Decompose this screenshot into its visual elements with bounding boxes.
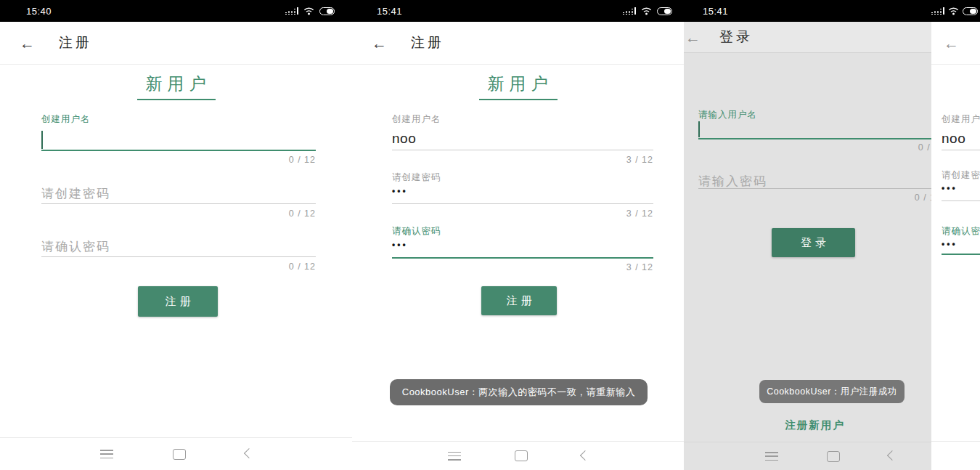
text-cursor	[41, 131, 43, 149]
signal-icon	[931, 7, 944, 15]
nav-menu-icon[interactable]	[448, 452, 461, 461]
status-icons	[931, 7, 978, 15]
new-user-heading: 新用户	[0, 73, 352, 100]
status-bar	[931, 0, 980, 22]
username-field[interactable]: 创建用户名 0 / 12	[41, 113, 316, 166]
text-cursor	[698, 121, 700, 137]
confirm-password-value: •••	[392, 240, 408, 250]
username-field[interactable]: 创建用户名 noo 3 / 12	[392, 113, 653, 166]
username-label: 创建用户名	[942, 113, 980, 126]
screen-login: 15:41 ← 登录 请输入用户名 0 / 12 请输入密码 0 / 12 登录…	[684, 0, 931, 470]
confirm-password-label: 请确认密码	[392, 225, 441, 238]
nav-bar	[931, 441, 980, 470]
back-arrow-icon[interactable]: ←	[372, 36, 387, 51]
page-title: 注册	[59, 33, 92, 52]
status-bar: 15:40	[0, 0, 352, 22]
screen-register-filled: 15:41 ← 注册 新用户 创建用户名 noo 3 / 12 请创建密码 ••…	[352, 0, 684, 470]
confirm-password-field[interactable]: 请确认密码 •••	[942, 225, 980, 277]
status-time: 15:41	[703, 6, 728, 17]
username-field[interactable]: 请输入用户名 0 / 12	[698, 109, 931, 161]
username-counter: 3 / 12	[626, 155, 653, 165]
app-bar: ← 注册	[352, 22, 684, 65]
signal-icon	[285, 7, 298, 15]
nav-home-icon[interactable]	[515, 450, 528, 461]
app-bar: ← 登录	[684, 22, 931, 53]
back-arrow-icon[interactable]: ←	[944, 36, 959, 51]
username-label: 请输入用户名	[698, 109, 757, 121]
confirm-password-counter: 0 / 12	[289, 262, 316, 272]
confirm-password-label: 请确认密码	[942, 225, 980, 238]
login-button[interactable]: 登录	[772, 228, 855, 257]
status-time: 15:41	[377, 6, 402, 17]
status-icons	[285, 7, 335, 15]
battery-icon	[319, 7, 335, 15]
username-label: 创建用户名	[41, 113, 91, 126]
username-counter: 0 / 12	[289, 155, 316, 165]
nav-home-icon[interactable]	[173, 449, 186, 460]
nav-menu-icon[interactable]	[100, 450, 113, 458]
status-time: 15:40	[26, 6, 52, 17]
password-counter: 3 / 12	[626, 208, 653, 219]
confirm-password-placeholder: 请确认密码	[41, 238, 110, 255]
password-underline	[41, 203, 316, 204]
register-new-user-link[interactable]: 注册新用户	[698, 418, 931, 432]
page-title: 注册	[411, 33, 444, 52]
username-counter: 0 / 12	[918, 142, 931, 153]
password-label: 请创建密码	[392, 171, 441, 184]
toast-message: CookbookUser：两次输入的密码不一致，请重新输入	[390, 379, 648, 405]
username-value: noo	[392, 131, 416, 147]
nav-back-icon[interactable]	[579, 450, 589, 460]
app-bar: ←	[931, 22, 980, 65]
password-value: •••	[392, 186, 408, 196]
password-placeholder: 请输入密码	[698, 173, 767, 190]
wifi-icon	[303, 7, 314, 15]
username-underline	[698, 138, 931, 139]
confirm-password-field[interactable]: 请确认密码 0 / 12	[41, 220, 316, 272]
confirm-password-field[interactable]: 请确认密码 ••• 3 / 12	[392, 225, 653, 277]
nav-back-icon[interactable]	[243, 448, 253, 458]
battery-icon	[657, 7, 672, 15]
password-field[interactable]: 请创建密码 0 / 12	[41, 167, 316, 219]
confirm-password-underline	[392, 257, 653, 259]
password-value: •••	[942, 183, 957, 193]
nav-home-icon[interactable]	[827, 451, 840, 462]
password-underline	[392, 203, 653, 204]
battery-icon	[963, 7, 978, 15]
password-counter: 0 / 12	[289, 208, 316, 219]
app-bar: ← 注册	[0, 22, 352, 65]
page-title: 登录	[719, 28, 753, 46]
password-label: 请创建密码	[942, 169, 980, 182]
status-bar: 15:41	[352, 0, 684, 22]
password-underline	[942, 200, 980, 201]
confirm-password-counter: 3 / 12	[626, 262, 653, 272]
register-button[interactable]: 注册	[481, 286, 557, 315]
nav-bar	[684, 442, 931, 470]
password-counter: 0 / 12	[915, 193, 931, 203]
status-icons	[623, 7, 672, 15]
screen-register-empty: 15:40 ← 注册 新用户 创建用户名 0 / 12 请创建密码 0 / 12…	[0, 0, 352, 470]
confirm-password-underline	[942, 254, 980, 255]
username-field[interactable]: 创建用户名 noo	[942, 113, 980, 166]
password-placeholder: 请创建密码	[41, 185, 110, 202]
register-button[interactable]: 注册	[138, 286, 218, 317]
password-field[interactable]: 请创建密码 ••• 3 / 12	[392, 171, 653, 224]
new-user-heading-text: 新用户	[137, 73, 216, 100]
confirm-password-underline	[41, 256, 316, 257]
screen-register-partial: ← 创建用户名 noo 请创建密码 ••• 请确认密码 •••	[931, 0, 980, 470]
password-field[interactable]: 请输入密码 0 / 12	[698, 173, 931, 225]
nav-bar	[352, 441, 684, 470]
back-arrow-icon[interactable]: ←	[20, 36, 35, 51]
username-value: noo	[942, 131, 965, 147]
username-label: 创建用户名	[392, 113, 441, 126]
nav-menu-icon[interactable]	[765, 452, 778, 461]
wifi-icon	[948, 7, 959, 15]
username-underline	[392, 150, 653, 150]
password-field[interactable]: 请创建密码 •••	[942, 169, 980, 222]
new-user-heading-text: 新用户	[479, 73, 558, 100]
username-underline	[41, 150, 316, 151]
nav-back-icon[interactable]	[887, 450, 897, 461]
signal-icon	[623, 7, 636, 15]
status-bar: 15:41	[684, 0, 931, 22]
back-arrow-icon[interactable]: ←	[685, 30, 701, 45]
nav-bar	[0, 437, 352, 470]
